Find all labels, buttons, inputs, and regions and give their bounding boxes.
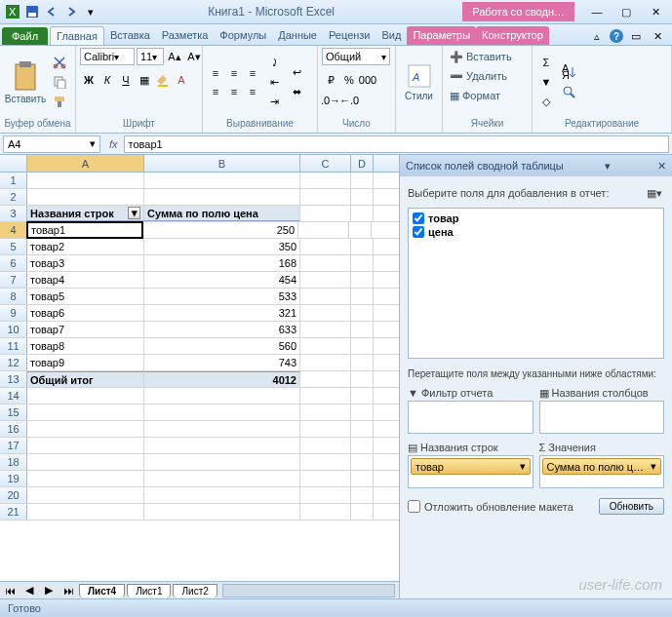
fill-icon[interactable]: ▼ [536,73,556,91]
italic-button[interactable]: К [99,71,116,89]
cell[interactable]: товар4 [27,272,144,288]
cell[interactable]: 560 [144,338,300,354]
column-header[interactable]: D [351,155,374,172]
cell[interactable] [144,421,300,437]
ribbon-tab-рецензи[interactable]: Рецензи [323,26,376,45]
row-header[interactable]: 7 [0,272,27,288]
worksheet[interactable]: ABCD 123Названия строк▾Сумма по полю цен… [0,155,399,598]
maximize-button[interactable]: ▢ [613,3,639,20]
cell[interactable] [300,454,351,470]
values-area[interactable]: Сумма по полю ц…▾ [539,455,665,488]
clear-icon[interactable]: ◇ [536,93,556,110]
cell[interactable] [144,189,300,205]
horizontal-scrollbar[interactable] [222,584,395,598]
cell[interactable] [351,471,374,486]
cell[interactable] [300,255,351,271]
align-center-icon[interactable]: ≡ [225,83,243,100]
pane-dropdown-icon[interactable]: ▾ [605,160,611,173]
cell[interactable]: 168 [144,255,300,271]
decrease-decimal-icon[interactable]: ←.0 [340,92,358,109]
cell[interactable] [300,388,351,404]
tab-scroll-first-icon[interactable]: ⏮ [0,582,20,599]
cell[interactable] [351,289,374,304]
bold-button[interactable]: Ж [80,71,98,89]
row-header[interactable]: 3 [0,206,27,221]
wrap-text-icon[interactable]: ↩ [287,63,306,81]
cell[interactable] [300,471,351,486]
font-size-combo[interactable]: 11▾ [137,48,164,65]
formula-input[interactable]: товар1 [124,135,669,153]
cell[interactable] [144,454,300,470]
font-color-icon[interactable]: A [173,71,190,89]
layout-options-icon[interactable]: ▦▾ [645,184,664,202]
cell[interactable] [300,322,351,337]
border-icon[interactable]: ▦ [136,71,153,89]
row-header[interactable]: 11 [0,338,27,354]
currency-icon[interactable]: ₽ [322,71,339,89]
cell[interactable] [351,189,374,205]
cell[interactable] [144,405,300,420]
value-field-pill[interactable]: Сумма по полю ц…▾ [542,458,662,475]
field-list[interactable]: товарцена [408,208,664,359]
cell[interactable] [300,206,351,221]
pivot-field[interactable]: цена [412,225,660,239]
copy-icon[interactable] [50,73,69,91]
row-header[interactable]: 10 [0,322,27,337]
cell[interactable] [144,438,300,453]
row-header[interactable]: 5 [0,239,27,254]
window-restore-icon[interactable]: ▭ [627,27,645,45]
increase-indent-icon[interactable]: ⇥ [264,93,284,110]
cell[interactable] [300,438,351,453]
cell[interactable] [300,289,351,304]
shrink-font-icon[interactable]: A▾ [185,48,203,65]
align-left-icon[interactable]: ≡ [207,83,224,100]
decrease-indent-icon[interactable]: ⇤ [264,73,284,91]
sort-filter-icon[interactable]: АЯ [559,63,578,81]
row-header[interactable]: 1 [0,173,27,188]
rows-area[interactable]: товар▾ [408,455,534,488]
cell[interactable] [144,487,300,503]
cell[interactable]: 533 [144,289,300,304]
cell[interactable] [27,454,144,470]
align-right-icon[interactable]: ≡ [244,83,261,100]
cell[interactable]: 250 [142,222,298,238]
row-header[interactable]: 9 [0,305,27,321]
cell[interactable] [300,405,351,420]
cell[interactable]: товар7 [27,322,144,337]
minimize-button[interactable]: ― [584,3,610,20]
filter-dropdown-icon[interactable]: ▾ [128,207,140,219]
sheet-tab[interactable]: Лист4 [79,584,125,598]
pivot-field[interactable]: товар [412,212,660,225]
sheet-tab[interactable]: Лист1 [127,584,171,598]
select-all-corner[interactable] [0,155,27,172]
ribbon-tab-вставка[interactable]: Вставка [104,26,156,45]
row-header[interactable]: 4 [0,222,27,238]
cell[interactable] [27,421,144,437]
cell[interactable]: товар9 [27,355,144,370]
cell[interactable] [351,388,374,404]
excel-icon[interactable]: X [4,3,21,20]
cell[interactable]: товар2 [27,239,144,254]
cell[interactable] [300,239,351,254]
workbook-close-icon[interactable]: ✕ [649,27,666,45]
format-cells-button[interactable]: ▦Формат [447,87,503,104]
cell[interactable] [298,222,349,238]
align-top-icon[interactable]: ≡ [207,64,224,82]
cell[interactable] [351,239,374,254]
ribbon-tab-главная[interactable]: Главная [50,26,104,45]
cell[interactable]: 633 [144,322,300,337]
undo-icon[interactable] [43,3,60,20]
cell[interactable] [300,355,351,370]
row-header[interactable]: 19 [0,471,27,486]
sheet-tab[interactable]: Лист2 [173,584,217,598]
column-header[interactable]: C [300,155,351,172]
orientation-icon[interactable]: ⤸ [264,54,284,71]
cell[interactable]: 350 [144,239,300,254]
cell[interactable] [300,421,351,437]
format-painter-icon[interactable] [50,93,69,110]
close-button[interactable]: ✕ [643,3,668,20]
cell[interactable]: Названия строк▾ [27,206,144,221]
insert-cells-button[interactable]: ➕Вставить [447,48,515,65]
align-middle-icon[interactable]: ≡ [225,64,243,82]
cell[interactable] [300,504,351,520]
